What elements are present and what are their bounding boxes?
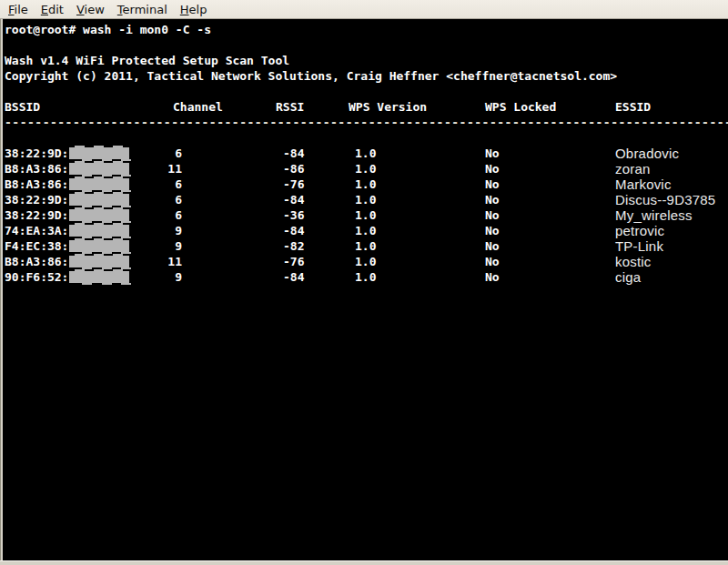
blank-line: [3, 37, 728, 53]
wps-locked-value: No: [485, 161, 500, 177]
table-row: B8:A3:86: 6 -76 1.0 No Markovic: [3, 177, 728, 192]
bssid-prefix: F4:EC:38:: [5, 238, 68, 254]
bssid-redaction: [69, 240, 129, 252]
bssid-prefix: B8:A3:86:: [5, 161, 68, 177]
wps-locked-value: No: [485, 254, 500, 269]
bssid-redaction: [69, 271, 129, 283]
wps-version-value: 1.0: [355, 223, 376, 238]
wps-version-value: 1.0: [355, 146, 376, 161]
essid-value: zoran: [615, 161, 651, 177]
essid-value: Discus--9D3785: [615, 192, 715, 207]
rssi-value: -86: [283, 161, 304, 177]
essid-value: My_wireless: [615, 207, 693, 223]
menu-bar: File Edit View Terminal Help: [0, 0, 728, 19]
bssid-redaction: [69, 209, 129, 221]
table-row: B8:A3:86: 11 -86 1.0 No zoran: [3, 161, 728, 177]
wps-locked-value: No: [485, 269, 500, 285]
channel-value: 6: [130, 207, 182, 223]
bssid-redaction: [69, 163, 129, 175]
rssi-value: -84: [283, 223, 304, 238]
wps-version-value: 1.0: [355, 161, 376, 177]
channel-value: 9: [130, 269, 182, 285]
table-row: 38:22:9D: 6 -36 1.0 No My_wireless: [3, 207, 728, 223]
channel-value: 11: [130, 254, 182, 269]
rssi-value: -84: [283, 269, 304, 285]
bssid-redaction: [69, 194, 129, 206]
terminal-screen[interactable]: root@root# wash -i mon0 -C -s Wash v1.4 …: [3, 20, 728, 560]
rssi-value: -84: [283, 192, 304, 207]
column-header-rssi: RSSI: [276, 99, 304, 115]
essid-value: ciga: [615, 269, 641, 285]
bssid-prefix: 38:22:9D:: [5, 146, 68, 161]
table-row: 38:22:9D: 6 -84 1.0 No Obradovic: [3, 146, 728, 161]
rssi-value: -76: [283, 254, 304, 269]
bssid-prefix: 74:EA:3A:: [5, 223, 68, 238]
column-header-bssid: BSSID: [5, 99, 40, 115]
command-prompt-line: root@root# wash -i mon0 -C -s: [3, 22, 728, 37]
table-row: F4:EC:38: 9 -82 1.0 No TP-Link: [3, 238, 728, 254]
menu-terminal[interactable]: Terminal: [111, 1, 174, 18]
tool-title-line: Wash v1.4 WiFi Protected Setup Scan Tool: [3, 53, 728, 68]
bssid-redaction: [69, 256, 129, 267]
channel-value: 6: [130, 146, 182, 161]
rssi-value: -76: [283, 177, 304, 192]
terminal-window: File Edit View Terminal Help root@root# …: [0, 0, 728, 565]
channel-value: 11: [130, 161, 182, 177]
column-header-channel: Channel: [173, 99, 223, 115]
wps-locked-value: No: [485, 223, 500, 238]
blank-line: [3, 84, 728, 99]
menu-edit[interactable]: Edit: [35, 1, 70, 18]
menu-help[interactable]: Help: [174, 1, 214, 18]
wps-version-value: 1.0: [355, 269, 376, 285]
bssid-prefix: B8:A3:86:: [5, 254, 68, 269]
bssid-redaction: [69, 178, 129, 190]
essid-value: kostic: [615, 254, 652, 269]
wps-locked-value: No: [485, 207, 500, 223]
bssid-redaction: [69, 225, 129, 237]
wps-version-value: 1.0: [355, 254, 376, 269]
essid-value: TP-Link: [615, 238, 663, 254]
bssid-prefix: 38:22:9D:: [5, 192, 68, 207]
channel-value: 9: [130, 223, 182, 238]
wps-locked-value: No: [485, 238, 500, 254]
wps-version-value: 1.0: [355, 238, 376, 254]
separator-line: ----------------------------------------…: [3, 115, 728, 130]
channel-value: 6: [130, 192, 182, 207]
essid-value: Obradovic: [615, 146, 679, 161]
channel-value: 6: [130, 177, 182, 192]
essid-value: Markovic: [615, 177, 672, 192]
rssi-value: -84: [283, 146, 304, 161]
wps-version-value: 1.0: [355, 192, 376, 207]
wps-version-value: 1.0: [355, 177, 376, 192]
column-header-wps-locked: WPS Locked: [485, 99, 556, 115]
blank-line: [3, 130, 728, 146]
bssid-prefix: 38:22:9D:: [5, 207, 68, 223]
table-row: 74:EA:3A: 9 -84 1.0 No petrovic: [3, 223, 728, 238]
bssid-prefix: 90:F6:52:: [5, 269, 68, 285]
essid-value: petrovic: [615, 223, 664, 238]
copyright-line: Copyright (c) 2011, Tactical Network Sol…: [3, 68, 728, 84]
rssi-value: -36: [283, 207, 304, 223]
table-row: B8:A3:86: 11 -76 1.0 No kostic: [3, 254, 728, 269]
menu-file[interactable]: File: [2, 1, 35, 18]
bssid-prefix: B8:A3:86:: [5, 177, 68, 192]
table-header-row: BSSID Channel RSSI WPS Version WPS Locke…: [3, 99, 728, 115]
menu-view[interactable]: View: [70, 1, 111, 18]
table-row: 38:22:9D: 6 -84 1.0 No Discus--9D3785: [3, 192, 728, 207]
wps-locked-value: No: [485, 146, 500, 161]
channel-value: 9: [130, 238, 182, 254]
rssi-value: -82: [283, 238, 304, 254]
wps-locked-value: No: [485, 192, 500, 207]
column-header-wps-version: WPS Version: [349, 99, 427, 115]
wps-version-value: 1.0: [355, 207, 376, 223]
bssid-redaction: [69, 147, 129, 159]
table-row: 90:F6:52: 9 -84 1.0 No ciga: [3, 269, 728, 285]
window-border-bottom: [0, 560, 728, 565]
column-header-essid: ESSID: [615, 99, 651, 115]
wps-locked-value: No: [485, 177, 500, 192]
